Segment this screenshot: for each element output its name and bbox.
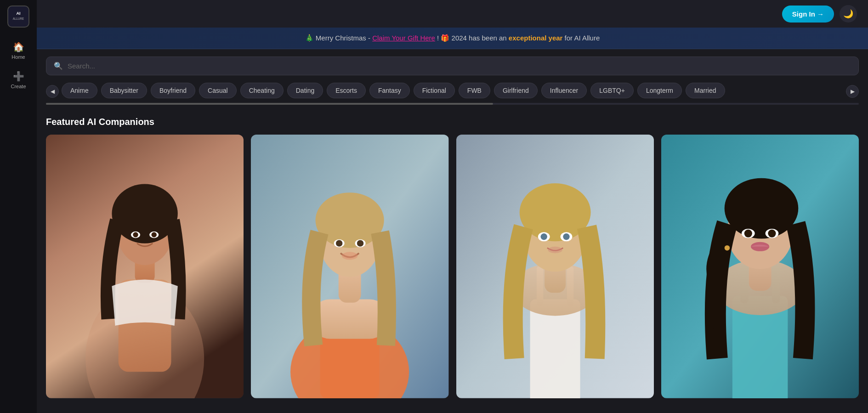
svg-point-34 <box>540 233 547 240</box>
banner-christmas: 🎄 Merry Christmas - <box>305 34 373 42</box>
svg-point-36 <box>563 233 569 240</box>
header: Sign In → 🌙 <box>37 0 868 28</box>
companion-card-2[interactable] <box>251 135 448 398</box>
sign-in-button[interactable]: Sign In → <box>782 6 834 23</box>
filter-tag-boyfriend[interactable]: Boyfriend <box>151 83 195 98</box>
svg-point-49 <box>768 230 776 238</box>
companion-card-4[interactable] <box>661 135 859 398</box>
svg-point-10 <box>133 232 138 237</box>
theme-toggle-button[interactable]: 🌙 <box>840 5 857 23</box>
claim-link[interactable]: Claim Your Gift Here <box>372 34 435 42</box>
svg-point-37 <box>548 247 562 253</box>
promo-banner: 🎄 Merry Christmas - Claim Your Gift Here… <box>37 28 868 49</box>
search-input[interactable] <box>68 62 851 70</box>
filter-tag-fwb[interactable]: FWB <box>459 83 490 98</box>
filter-tag-anime[interactable]: Anime <box>62 83 97 98</box>
filter-tag-babysitter[interactable]: Babysitter <box>101 83 147 98</box>
svg-point-51 <box>724 245 729 250</box>
sidebar-item-home[interactable]: 🏠 Home <box>3 37 34 64</box>
svg-point-21 <box>336 240 342 246</box>
search-section: 🔍 ◀ AnimeBabysitterBoyfriendCasualCheati… <box>37 49 868 100</box>
svg-point-23 <box>357 240 363 246</box>
companion-card-3[interactable] <box>456 135 654 398</box>
sign-in-label: Sign In → <box>792 10 824 18</box>
filter-tag-fictional[interactable]: Fictional <box>414 83 455 98</box>
filter-tag-girlfriend[interactable]: Girlfriend <box>494 83 538 98</box>
filter-tags: AnimeBabysitterBoyfriendCasualCheatingDa… <box>62 83 843 100</box>
scroll-left-button[interactable]: ◀ <box>46 85 59 98</box>
banner-end: for AI Allure <box>565 34 600 42</box>
filter-tag-married[interactable]: Married <box>686 83 725 98</box>
search-bar: 🔍 <box>46 57 859 75</box>
svg-rect-0 <box>10 8 27 25</box>
filter-scrollbar-track <box>46 103 859 105</box>
filter-tag-casual[interactable]: Casual <box>199 83 237 98</box>
svg-text:AI: AI <box>17 11 21 16</box>
filter-tag-lgbtq+[interactable]: LGBTQ+ <box>590 83 634 98</box>
filter-tag-longterm[interactable]: Longterm <box>637 83 682 98</box>
home-icon: 🏠 <box>13 41 24 52</box>
svg-point-47 <box>744 230 752 238</box>
filter-tag-influencer[interactable]: Influencer <box>541 83 587 98</box>
main-content: Sign In → 🌙 🎄 Merry Christmas - Claim Yo… <box>37 0 868 413</box>
scroll-right-button[interactable]: ▶ <box>846 85 859 98</box>
sidebar-home-label: Home <box>11 54 25 60</box>
sidebar: AI ALLURE 🏠 Home ➕ Create <box>0 0 37 413</box>
banner-middle: ! 🎁 2024 has been an <box>437 34 509 42</box>
svg-text:ALLURE: ALLURE <box>13 17 24 20</box>
filter-row-wrapper: ◀ AnimeBabysitterBoyfriendCasualCheating… <box>46 83 859 100</box>
featured-section: Featured AI Companions <box>37 109 868 407</box>
svg-point-12 <box>151 232 156 237</box>
filter-tag-cheating[interactable]: Cheating <box>240 83 284 98</box>
svg-point-24 <box>342 252 357 260</box>
featured-title: Featured AI Companions <box>46 117 859 127</box>
filter-tag-dating[interactable]: Dating <box>287 83 323 98</box>
app-logo[interactable]: AI ALLURE <box>7 6 29 28</box>
filter-scrollbar-thumb <box>46 103 493 105</box>
filter-tag-fantasy[interactable]: Fantasy <box>369 83 410 98</box>
theme-icon: 🌙 <box>843 9 853 19</box>
sidebar-item-create[interactable]: ➕ Create <box>3 66 34 94</box>
sidebar-create-label: Create <box>11 84 26 89</box>
cards-grid <box>46 135 859 398</box>
companion-card-1[interactable] <box>46 135 244 398</box>
banner-exceptional: exceptional year <box>509 34 563 42</box>
search-icon: 🔍 <box>54 62 63 70</box>
filter-tag-escorts[interactable]: Escorts <box>327 83 366 98</box>
page-content: 🎄 Merry Christmas - Claim Your Gift Here… <box>37 28 868 413</box>
create-icon: ➕ <box>13 71 24 82</box>
